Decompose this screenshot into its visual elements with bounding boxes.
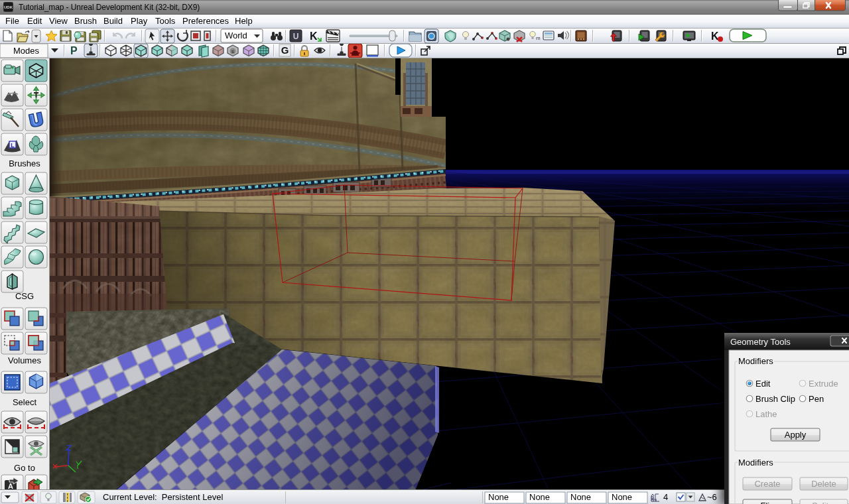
- svg-text:Go to: Go to: [14, 463, 35, 473]
- svg-text:Delete: Delete: [811, 479, 836, 489]
- svg-text:None: None: [529, 492, 550, 502]
- svg-text:Modes: Modes: [13, 46, 40, 56]
- svg-text:Flip: Flip: [761, 501, 775, 504]
- svg-text:A: A: [8, 482, 13, 489]
- svg-text:P: P: [70, 45, 78, 56]
- svg-text:UDK: UDK: [4, 5, 13, 9]
- svg-text:Create: Create: [754, 479, 780, 489]
- svg-text:Current Level: Persistent Lev: Current Level: Persistent Level: [103, 492, 223, 502]
- svg-text:Geometry Tools: Geometry Tools: [730, 337, 791, 347]
- svg-text:None: None: [612, 492, 632, 502]
- svg-text:K: K: [310, 31, 318, 42]
- svg-text:Edit: Edit: [755, 379, 771, 389]
- svg-text:s: s: [231, 48, 234, 54]
- svg-text:Brushes: Brushes: [9, 158, 40, 168]
- svg-text:Apply: Apply: [785, 430, 807, 440]
- svg-text:CSG: CSG: [15, 291, 34, 301]
- svg-text:Volumes: Volumes: [8, 355, 41, 365]
- svg-text:World: World: [225, 31, 247, 40]
- svg-text:4: 4: [663, 492, 668, 502]
- svg-text:K: K: [711, 31, 719, 42]
- svg-text:None: None: [488, 492, 509, 502]
- svg-text:Lathe: Lathe: [755, 409, 777, 419]
- svg-text:None: None: [570, 492, 591, 502]
- svg-text:Pen: Pen: [809, 394, 824, 404]
- svg-text:m: m: [536, 35, 541, 41]
- svg-text:L: L: [11, 142, 15, 149]
- svg-text:G: G: [281, 44, 289, 56]
- svg-text:U: U: [293, 32, 299, 41]
- svg-text:~6: ~6: [707, 492, 717, 502]
- svg-text:Split...: Split...: [812, 501, 836, 504]
- svg-text:Select: Select: [13, 397, 37, 407]
- svg-text:Modifiers: Modifiers: [738, 356, 773, 366]
- svg-text:Modifiers: Modifiers: [738, 458, 773, 468]
- svg-text:Brush Clip: Brush Clip: [755, 394, 795, 404]
- svg-text:Extrude: Extrude: [809, 379, 838, 389]
